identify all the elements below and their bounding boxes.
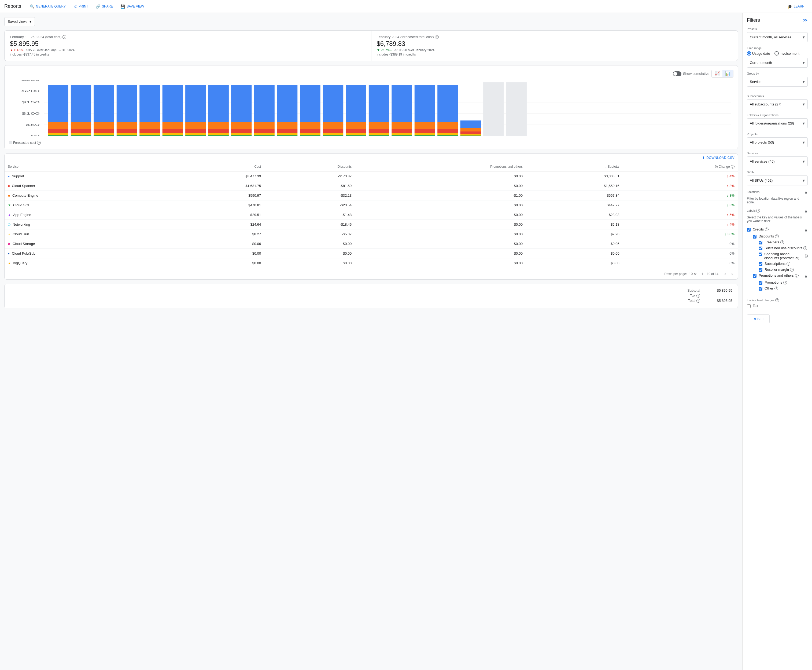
reseller-margin-help-icon[interactable]: ? [790,268,794,272]
subaccounts-chevron: ▾ [803,102,805,107]
current-month-chevron: ▾ [803,60,805,65]
sustained-use-help-icon[interactable]: ? [804,246,807,250]
forecasted-help-icon[interactable]: ? [37,141,41,145]
svg-rect-69 [300,129,320,134]
service-icon: ✦ [8,232,10,236]
tax-checkbox[interactable] [747,304,751,308]
bar-chart: $250 $200 $150 $100 $50 $0 /* bars gener… [11,80,731,139]
stat2-help-icon[interactable]: ? [435,35,439,39]
folders-dropdown[interactable]: All folders/organizations (28) ▾ [747,118,808,128]
discounts-checkbox[interactable] [753,235,756,239]
folders-chevron: ▾ [803,121,805,126]
stat-card-actual: February 1 – 26, 2024 (total cost) ? $5,… [5,30,371,61]
projects-dropdown[interactable]: All projects (53) ▾ [747,137,808,147]
spending-based-checkbox[interactable] [759,252,762,256]
current-month-dropdown[interactable]: Current month ▾ [747,58,808,68]
svg-rect-28 [116,134,137,135]
svg-rect-46 [185,85,206,122]
subtotal-cell: $6.18 [526,220,623,229]
expand-filters-icon[interactable]: ≫ [803,17,808,23]
free-tiers-help-icon[interactable]: ? [780,240,784,244]
rows-per-page-select[interactable]: 10 25 50 [688,272,697,276]
svg-rect-84 [369,129,389,134]
labels-help-icon[interactable]: ? [756,209,760,213]
skus-dropdown[interactable]: All SKUs (402) ▾ [747,176,808,185]
svg-rect-35 [139,122,160,129]
promotions-others-checkbox[interactable] [753,274,756,278]
reset-button[interactable]: RESET [747,315,770,323]
generate-query-button[interactable]: 🔍 GENERATE QUERY [27,3,69,10]
reseller-margin-checkbox[interactable] [759,268,762,272]
discounts-cell: $0.00 [264,249,355,259]
promo-cell: $0.00 [355,181,526,191]
group-by-dropdown[interactable]: Service ▾ [747,77,808,87]
next-page-button[interactable]: › [730,271,734,277]
discounts-cell: -$23.54 [264,200,355,210]
saved-views-dropdown[interactable]: Saved views ▾ [4,17,35,26]
svg-rect-95 [415,122,435,129]
cost-cell: $1,631.75 [167,181,264,191]
service-name: Networking [13,222,30,227]
change-cell: 0% [623,249,738,259]
toggle-switch[interactable] [673,71,681,76]
promotions-others-help-icon[interactable]: ? [795,274,798,277]
svg-rect-108 [483,82,504,136]
print-button[interactable]: 🖨 PRINT [70,3,91,10]
locations-label: Locations [747,190,760,193]
tax-help-icon[interactable]: ? [696,294,700,298]
credits-header: Credits ? ∧ [747,227,808,233]
locations-collapse-icon[interactable]: ∨ [804,190,808,196]
stat1-change-detail: $35.73 over January 6 – 31, 2024 [26,48,74,52]
other-checkbox[interactable] [759,287,762,291]
services-dropdown[interactable]: All services (45) ▾ [747,156,808,166]
change-cell: ↑ 4% [623,171,738,181]
total-help-icon[interactable]: ? [696,299,700,303]
presets-chevron: ▾ [803,35,805,40]
credits-collapse-icon[interactable]: ∧ [804,227,808,233]
service-icon: ★ [8,261,11,265]
stat1-help-icon[interactable]: ? [62,35,66,39]
spending-based-help-icon[interactable]: ? [805,254,808,258]
pagination-controls: ‹ › [723,271,734,277]
change-help-icon[interactable]: ? [731,165,734,169]
svg-rect-89 [392,129,412,134]
promotions-checkbox[interactable] [759,281,762,285]
subtotal-cell: $447.27 [526,200,623,210]
learn-button[interactable]: 🎓 LEARN [784,3,808,10]
discounts-help-icon[interactable]: ? [775,235,779,238]
show-cumulative-toggle[interactable]: Show cumulative [673,71,709,76]
promotions-help-icon[interactable]: ? [783,281,787,284]
svg-rect-76 [323,85,343,122]
credits-checkbox[interactable] [747,228,751,232]
labels-collapse-icon[interactable]: ∨ [804,208,808,214]
service-name: Compute Engine [12,193,38,198]
share-button[interactable]: 🔗 SHARE [93,3,116,10]
download-csv-button[interactable]: ⬇ DOWNLOAD CSV [702,156,734,160]
invoice-charges-help-icon[interactable]: ? [775,298,779,302]
change-cell: ↑ 5% [623,210,738,220]
presets-dropdown[interactable]: Current month, all services ▾ [747,32,808,42]
discounts-cell: -$1.48 [264,210,355,220]
locations-header: Locations ∨ [747,190,808,196]
group-by-label: Group by [747,72,808,75]
credits-help-icon[interactable]: ? [765,228,768,231]
line-chart-button[interactable]: 📈 [712,70,723,77]
spending-based-label: Spending based discounts (contractual) ? [764,252,808,260]
subscriptions-checkbox[interactable] [759,262,762,266]
table-row: ● Cloud Pub/Sub $0.00 $0.00 $0.00 $0.00 … [5,249,738,259]
subscriptions-help-icon[interactable]: ? [787,262,790,266]
svg-rect-101 [437,85,458,122]
subaccounts-dropdown[interactable]: All subaccounts (27) ▾ [747,99,808,109]
promotions-others-collapse-icon[interactable]: ∧ [804,273,808,279]
svg-text:$200: $200 [22,90,40,93]
invoice-month-radio[interactable]: Invoice month [775,51,802,56]
reseller-margin-label: Reseller margin ? [765,267,794,272]
other-help-icon[interactable]: ? [775,287,778,290]
bar-chart-button[interactable]: 📊 [723,70,733,77]
sustained-use-checkbox[interactable] [759,247,762,250]
usage-date-radio[interactable]: Usage date [747,51,770,56]
save-view-button[interactable]: 💾 SAVE VIEW [117,3,147,10]
prev-page-button[interactable]: ‹ [723,271,728,277]
free-tiers-checkbox[interactable] [759,241,762,244]
cost-cell: $29.51 [167,210,264,220]
